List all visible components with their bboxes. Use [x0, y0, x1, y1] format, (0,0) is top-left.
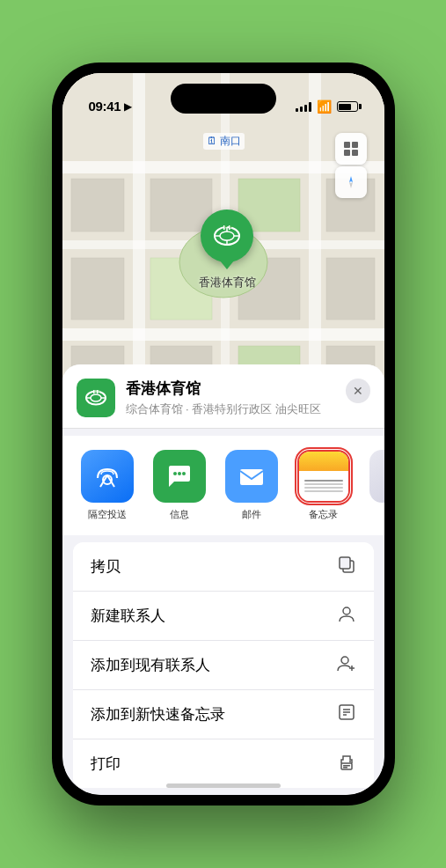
close-button[interactable]: ✕	[346, 379, 370, 403]
svg-point-62	[349, 761, 351, 762]
svg-marker-25	[349, 182, 353, 188]
pin-label: 香港体育馆	[199, 275, 256, 291]
notes-label: 备忘录	[309, 508, 338, 521]
action-add-existing-contact[interactable]: 添加到现有联系人	[73, 641, 374, 690]
phone-frame: 09:41 ▶ 📶	[52, 63, 395, 805]
svg-rect-17	[326, 258, 375, 320]
compass-icon	[343, 174, 359, 190]
svg-point-27	[220, 232, 234, 240]
person-icon	[337, 604, 356, 628]
pin-circle	[201, 210, 253, 262]
action-print-label: 打印	[91, 754, 121, 774]
printer-icon	[337, 752, 356, 776]
svg-rect-7	[71, 179, 124, 232]
action-copy-label: 拷贝	[91, 556, 121, 577]
signal-bar-2	[300, 107, 303, 112]
svg-rect-23	[352, 150, 358, 156]
svg-point-46	[178, 472, 181, 475]
notes-top	[299, 452, 348, 471]
svg-point-37	[91, 394, 101, 401]
svg-rect-40	[93, 390, 95, 394]
battery-fill	[339, 104, 351, 110]
venue-description: 综合体育馆 · 香港特别行政区 油尖旺区	[126, 401, 335, 417]
svg-rect-60	[343, 765, 350, 767]
svg-rect-48	[240, 469, 263, 485]
action-add-quick-note[interactable]: 添加到新快速备忘录	[73, 690, 374, 739]
signal-bar-3	[304, 105, 307, 112]
share-item-messages[interactable]: 信息	[149, 450, 210, 521]
airdrop-icon-wrap	[81, 450, 134, 503]
action-new-contact-label: 新建联系人	[91, 606, 165, 626]
more-icon-wrap	[369, 450, 384, 503]
stadium-pin-icon	[211, 220, 243, 252]
bottom-sheet: 香港体育馆 综合体育馆 · 香港特别行政区 油尖旺区 ✕	[62, 364, 384, 795]
svg-rect-42	[97, 390, 99, 394]
stadium-pin: 香港体育馆	[199, 210, 256, 291]
svg-rect-32	[223, 225, 225, 230]
notes-icon-container-wrap	[297, 450, 350, 503]
notes-body	[299, 471, 348, 501]
map-controls[interactable]	[335, 133, 367, 198]
svg-marker-24	[349, 176, 353, 182]
airdrop-icon	[93, 462, 121, 490]
status-time: 09:41	[89, 99, 121, 114]
status-icons: 📶	[296, 99, 358, 114]
svg-point-51	[343, 607, 350, 614]
map-label: 🗓 南口	[203, 133, 245, 150]
svg-rect-21	[352, 142, 358, 148]
airdrop-label: 隔空投送	[88, 508, 127, 521]
battery-icon	[337, 101, 358, 112]
venue-name: 香港体育馆	[126, 379, 335, 399]
signal-bar-4	[309, 102, 311, 112]
svg-rect-22	[344, 150, 350, 156]
share-row: 隔空投送 信息	[62, 436, 384, 535]
svg-rect-10	[71, 258, 124, 320]
quick-note-icon	[337, 702, 356, 726]
svg-rect-61	[343, 767, 347, 769]
action-add-existing-label: 添加到现有联系人	[91, 655, 210, 675]
home-indicator	[166, 783, 281, 788]
action-add-quick-note-label: 添加到新快速备忘录	[91, 704, 225, 725]
action-list: 拷贝 新建联系人	[73, 542, 374, 788]
share-item-more[interactable]: 推	[365, 450, 384, 521]
person-add-icon	[337, 653, 356, 677]
mail-icon-wrap	[225, 450, 278, 503]
action-print[interactable]: 打印	[73, 739, 374, 788]
dynamic-island	[171, 84, 276, 114]
location-arrow-icon: ▶	[124, 100, 132, 113]
map-layers-icon	[342, 140, 360, 158]
notes-icon-wrap	[297, 450, 350, 503]
map-view-toggle-button[interactable]	[335, 133, 367, 165]
venue-info: 香港体育馆 综合体育馆 · 香港特别行政区 油尖旺区	[126, 379, 335, 417]
messages-icon	[165, 462, 194, 490]
phone-screen: 09:41 ▶ 📶	[62, 73, 384, 795]
svg-point-52	[341, 657, 348, 664]
mail-icon	[238, 462, 266, 490]
messages-icon-wrap	[153, 450, 206, 503]
share-item-airdrop[interactable]: 隔空投送	[77, 450, 138, 521]
venue-card: 香港体育馆 综合体育馆 · 香港特别行政区 油尖旺区 ✕	[62, 364, 384, 429]
location-button[interactable]	[335, 166, 367, 198]
signal-bars	[296, 102, 311, 112]
messages-label: 信息	[170, 508, 189, 521]
share-item-mail[interactable]: 邮件	[221, 450, 282, 521]
venue-icon-wrap	[77, 379, 115, 417]
share-item-notes[interactable]: 备忘录	[293, 450, 355, 521]
venue-stadium-icon	[84, 386, 108, 410]
svg-point-47	[182, 472, 186, 475]
svg-rect-50	[340, 557, 350, 569]
action-copy[interactable]: 拷贝	[73, 542, 374, 592]
svg-rect-20	[344, 142, 350, 148]
signal-bar-1	[296, 108, 298, 112]
mail-label: 邮件	[242, 508, 261, 521]
svg-rect-34	[229, 225, 230, 230]
wifi-icon: 📶	[317, 99, 332, 114]
action-new-contact[interactable]: 新建联系人	[73, 592, 374, 641]
svg-point-45	[173, 472, 177, 475]
copy-icon	[337, 555, 356, 578]
